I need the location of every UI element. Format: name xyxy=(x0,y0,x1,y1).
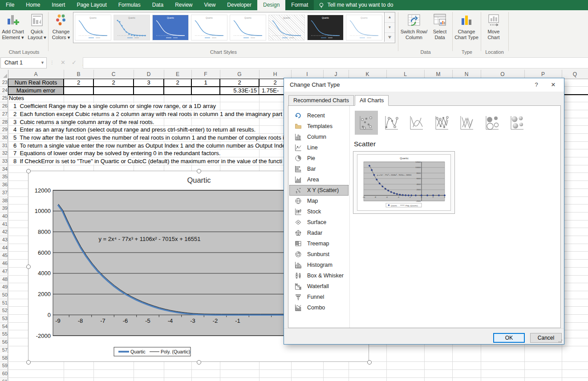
chart-resize-handle[interactable] xyxy=(26,265,31,269)
chart-preview-frame[interactable]: Quartic120001000080006000400020000-2000-… xyxy=(353,151,455,214)
chart-style-thumbnail-style-1[interactable]: Quartic xyxy=(75,15,111,40)
add-chart-element-button[interactable]: Add ChartElement ▾ xyxy=(1,12,25,49)
change-chart-type-button[interactable]: ChangeChart Type xyxy=(453,12,480,49)
row-header-33[interactable]: 33 xyxy=(0,157,8,165)
row-header-40[interactable]: 40 xyxy=(0,213,8,220)
gallery-scroll-up-icon[interactable]: ▲ xyxy=(385,12,395,23)
gallery-scroll-down-icon[interactable]: ▼ xyxy=(385,23,395,33)
table-cell[interactable]: 3 xyxy=(134,79,164,87)
row-header-39[interactable]: 39 xyxy=(0,205,8,212)
switch-row-column-button[interactable]: Switch Row/Column xyxy=(400,12,428,49)
row-header-31[interactable]: 31 xyxy=(0,142,8,149)
column-header-K[interactable]: K xyxy=(349,70,387,79)
ribbon-tab-view[interactable]: View xyxy=(199,0,222,10)
row-header-48[interactable]: 48 xyxy=(0,276,8,283)
select-all-corner[interactable] xyxy=(0,70,8,79)
column-header-Q[interactable]: Q xyxy=(562,70,588,79)
ribbon-tab-format[interactable]: Format xyxy=(285,0,314,10)
row-header-28[interactable]: 28 xyxy=(0,118,8,126)
tab-recommended-charts[interactable]: Recommended Charts xyxy=(288,95,354,106)
chart-type-map[interactable]: Map xyxy=(289,196,349,206)
column-header-J[interactable]: J xyxy=(323,70,349,79)
chart-type-line[interactable]: Line xyxy=(289,142,349,153)
gallery-expand-icon[interactable]: ▼ xyxy=(385,33,395,43)
chart-resize-handle[interactable] xyxy=(197,360,201,365)
row-header-57[interactable]: 57 xyxy=(0,346,8,354)
column-header-F[interactable]: F xyxy=(191,70,220,79)
chart-type-recent[interactable]: Recent xyxy=(289,110,349,121)
chart-type-x-y-scatter-[interactable]: X Y (Scatter) xyxy=(289,185,349,196)
table-cell[interactable]: 1.75E- xyxy=(262,88,279,94)
select-data-button[interactable]: SelectData xyxy=(429,12,450,49)
chart-style-thumbnail-style-3[interactable]: Quartic xyxy=(152,15,189,40)
chart-style-thumbnail-style-4[interactable]: Quartic xyxy=(191,15,227,40)
column-header-D[interactable]: D xyxy=(134,70,164,79)
row-header-34[interactable]: 34 xyxy=(0,165,8,173)
formula-input[interactable] xyxy=(83,57,588,68)
chart-type-sunburst[interactable]: Sunburst xyxy=(289,249,349,260)
column-header-O[interactable]: O xyxy=(481,70,525,79)
subtype-scatter-straight-markers-icon[interactable] xyxy=(430,111,454,135)
table-cell[interactable]: 2 xyxy=(164,79,191,87)
row-header-44[interactable]: 44 xyxy=(0,244,8,252)
row-header-56[interactable]: 56 xyxy=(0,338,8,346)
ribbon-tab-formulas[interactable]: Formulas xyxy=(113,0,146,10)
chart-style-thumbnail-style-6[interactable]: Quartic xyxy=(268,15,305,40)
subtype-bubble-3d-icon[interactable] xyxy=(506,111,529,135)
column-header-G[interactable]: G xyxy=(220,70,260,79)
row-header-32[interactable]: 32 xyxy=(0,149,8,157)
table-cell[interactable]: 2 xyxy=(93,79,134,87)
row-header-49[interactable]: 49 xyxy=(0,283,8,291)
chart-resize-handle[interactable] xyxy=(26,169,31,173)
chart-type-column[interactable]: Column xyxy=(289,132,349,142)
column-header-I[interactable]: I xyxy=(291,70,324,79)
chart-type-stock[interactable]: Stock xyxy=(289,206,349,217)
chart-type-combo[interactable]: Combo xyxy=(289,302,349,313)
row-header-35[interactable]: 35 xyxy=(0,173,8,180)
chart-type-area[interactable]: Area xyxy=(289,174,349,185)
table-cell[interactable] xyxy=(93,87,134,95)
row-header-55[interactable]: 55 xyxy=(0,330,8,338)
chart-style-thumbnail-style-2[interactable]: Quartic xyxy=(114,15,150,40)
subtype-scatter-straight-icon[interactable] xyxy=(455,111,479,135)
row-header-58[interactable]: 58 xyxy=(0,354,8,362)
column-header-L[interactable]: L xyxy=(386,70,425,79)
table-cell[interactable] xyxy=(191,87,220,95)
row-header-36[interactable]: 36 xyxy=(0,181,8,188)
ribbon-tab-developer[interactable]: Developer xyxy=(221,0,257,10)
table-cell[interactable] xyxy=(164,87,191,95)
row-header-41[interactable]: 41 xyxy=(0,221,8,228)
table-cell[interactable]: 2 xyxy=(220,79,259,87)
chart-type-box-whisker[interactable]: Box & Whisker xyxy=(289,270,349,281)
table-cell[interactable]: Maximum error xyxy=(8,87,64,95)
subtype-scatter-smooth-markers-icon[interactable] xyxy=(380,111,403,135)
chart-type-templates[interactable]: Templates xyxy=(289,121,349,132)
chart-type-funnel[interactable]: Funnel xyxy=(289,292,349,302)
chart-type-treemap[interactable]: Treemap xyxy=(289,238,349,249)
change-colors-button[interactable]: ChangeColors ▾ xyxy=(50,12,72,49)
chart-type-pie[interactable]: Pie xyxy=(289,153,349,164)
table-cell[interactable]: 1 xyxy=(191,79,220,87)
dialog-close-button[interactable]: ✕ xyxy=(545,78,561,92)
chart-style-thumbnail-style-7[interactable]: Quartic xyxy=(307,15,344,40)
chart-style-thumbnail-style-8[interactable]: Quartic xyxy=(346,15,382,40)
row-header-38[interactable]: 38 xyxy=(0,197,8,205)
table-cell[interactable]: Num Real Roots xyxy=(8,79,64,87)
row-header-30[interactable]: 30 xyxy=(0,134,8,141)
chart-type-surface[interactable]: Surface xyxy=(289,217,349,228)
table-cell[interactable]: 2 xyxy=(64,79,93,87)
ribbon-tab-insert[interactable]: Insert xyxy=(46,0,71,10)
subtype-bubble-icon[interactable] xyxy=(481,111,504,135)
row-header-29[interactable]: 29 xyxy=(0,126,8,133)
column-header-M[interactable]: M xyxy=(424,70,453,79)
column-header-N[interactable]: N xyxy=(452,70,481,79)
row-header-51[interactable]: 51 xyxy=(0,299,8,307)
ribbon-tab-data[interactable]: Data xyxy=(146,0,169,10)
chart-resize-handle[interactable] xyxy=(197,169,201,173)
row-header-25[interactable]: 25 xyxy=(0,94,8,102)
row-header-61[interactable]: 61 xyxy=(0,378,8,381)
subtype-scatter-smooth-icon[interactable] xyxy=(405,111,428,135)
name-box[interactable]: Chart 1 ▼ xyxy=(0,57,47,68)
row-header-42[interactable]: 42 xyxy=(0,228,8,236)
chart-type-bar[interactable]: Bar xyxy=(289,164,349,174)
